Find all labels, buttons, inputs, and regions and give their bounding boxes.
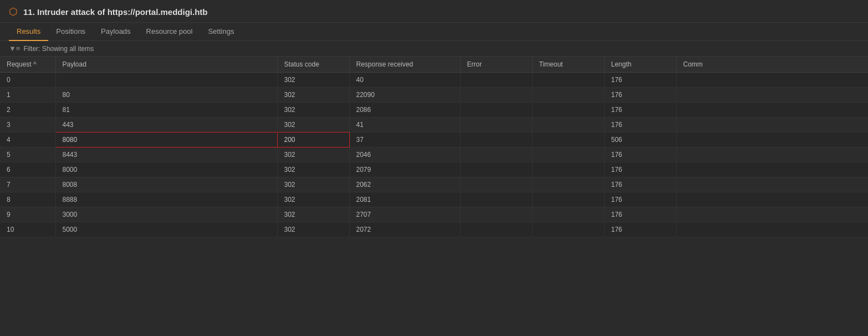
col-header-timeout: Timeout <box>532 57 604 73</box>
cell-payload: 8888 <box>55 192 277 207</box>
cell-timeout <box>532 103 604 118</box>
cell-comment <box>676 222 868 237</box>
cell-response: 2062 <box>349 177 460 192</box>
cell-response: 2086 <box>349 103 460 118</box>
cell-timeout <box>532 118 604 133</box>
table-header: Request ^ Payload Status code Response r… <box>0 57 868 73</box>
cell-request: 2 <box>0 103 55 118</box>
cell-status: 302 <box>277 207 349 222</box>
table-row[interactable]: 344330241176 <box>0 118 868 133</box>
tab-results[interactable]: Results <box>9 23 48 41</box>
cell-timeout <box>532 133 604 147</box>
cell-response: 40 <box>349 73 460 88</box>
results-table: Request ^ Payload Status code Response r… <box>0 57 868 237</box>
tab-bar: ResultsPositionsPayloadsResource poolSet… <box>0 23 868 41</box>
cell-response: 2079 <box>349 162 460 177</box>
cell-status: 200 <box>277 133 349 147</box>
col-header-response: Response received <box>349 57 460 73</box>
cell-status: 302 <box>277 103 349 118</box>
col-header-request: Request ^ <box>0 57 55 73</box>
cell-error <box>460 207 532 222</box>
table-row[interactable]: 888883022081176 <box>0 192 868 207</box>
cell-timeout <box>532 177 604 192</box>
cell-comment <box>676 207 868 222</box>
cell-request: 7 <box>0 177 55 192</box>
cell-timeout <box>532 88 604 103</box>
cell-length: 176 <box>604 118 676 133</box>
logo-icon: ⬡ <box>9 7 18 17</box>
cell-comment <box>676 162 868 177</box>
cell-comment <box>676 133 868 147</box>
cell-length: 176 <box>604 103 676 118</box>
cell-response: 2072 <box>349 222 460 237</box>
cell-status: 302 <box>277 118 349 133</box>
table-row[interactable]: 930003022707176 <box>0 207 868 222</box>
cell-payload <box>55 73 277 88</box>
table-body: 0302401761803022209017628130220861763443… <box>0 73 868 237</box>
cell-comment <box>676 73 868 88</box>
cell-status: 302 <box>277 192 349 207</box>
col-header-comment: Comm <box>676 57 868 73</box>
cell-timeout <box>532 207 604 222</box>
table-row[interactable]: 4808020037506 <box>0 133 868 147</box>
filter-icon: ▼≡ <box>9 44 20 53</box>
cell-status: 302 <box>277 222 349 237</box>
cell-request: 10 <box>0 222 55 237</box>
cell-status: 302 <box>277 73 349 88</box>
cell-request: 5 <box>0 147 55 162</box>
cell-length: 176 <box>604 207 676 222</box>
cell-comment <box>676 103 868 118</box>
cell-status: 302 <box>277 177 349 192</box>
cell-length: 176 <box>604 222 676 237</box>
table-row[interactable]: 584433022046176 <box>0 147 868 162</box>
cell-length: 176 <box>604 88 676 103</box>
cell-response: 41 <box>349 118 460 133</box>
cell-error <box>460 103 532 118</box>
table-row[interactable]: 780083022062176 <box>0 177 868 192</box>
table-row[interactable]: 2813022086176 <box>0 103 868 118</box>
cell-timeout <box>532 162 604 177</box>
cell-payload: 5000 <box>55 222 277 237</box>
cell-length: 176 <box>604 147 676 162</box>
col-header-payload: Payload <box>55 57 277 73</box>
cell-comment <box>676 118 868 133</box>
table-row[interactable]: 18030222090176 <box>0 88 868 103</box>
cell-payload: 8000 <box>55 162 277 177</box>
cell-payload: 3000 <box>55 207 277 222</box>
title-bar: ⬡ 11. Intruder attack of https://portal.… <box>0 0 868 23</box>
tab-payloads[interactable]: Payloads <box>93 23 138 41</box>
cell-comment <box>676 147 868 162</box>
cell-response: 22090 <box>349 88 460 103</box>
table-row[interactable]: 1050003022072176 <box>0 222 868 237</box>
cell-payload: 8008 <box>55 177 277 192</box>
cell-response: 2046 <box>349 147 460 162</box>
col-header-length: Length <box>604 57 676 73</box>
table-row[interactable]: 680003022079176 <box>0 162 868 177</box>
filter-bar: ▼≡ Filter: Showing all items <box>0 41 868 57</box>
table-row[interactable]: 030240176 <box>0 73 868 88</box>
cell-length: 176 <box>604 73 676 88</box>
cell-payload: 8080 <box>55 133 277 147</box>
cell-request: 8 <box>0 192 55 207</box>
cell-comment <box>676 192 868 207</box>
cell-payload: 443 <box>55 118 277 133</box>
cell-error <box>460 88 532 103</box>
cell-response: 2707 <box>349 207 460 222</box>
cell-payload: 81 <box>55 103 277 118</box>
cell-request: 4 <box>0 133 55 147</box>
cell-status: 302 <box>277 147 349 162</box>
cell-timeout <box>532 222 604 237</box>
col-header-status: Status code <box>277 57 349 73</box>
cell-comment <box>676 88 868 103</box>
cell-error <box>460 133 532 147</box>
tab-settings[interactable]: Settings <box>200 23 242 41</box>
cell-payload: 8443 <box>55 147 277 162</box>
cell-request: 0 <box>0 73 55 88</box>
cell-length: 176 <box>604 162 676 177</box>
tab-positions[interactable]: Positions <box>48 23 93 41</box>
cell-length: 506 <box>604 133 676 147</box>
tab-resource-pool[interactable]: Resource pool <box>139 23 201 41</box>
cell-timeout <box>532 192 604 207</box>
cell-status: 302 <box>277 88 349 103</box>
cell-status: 302 <box>277 162 349 177</box>
